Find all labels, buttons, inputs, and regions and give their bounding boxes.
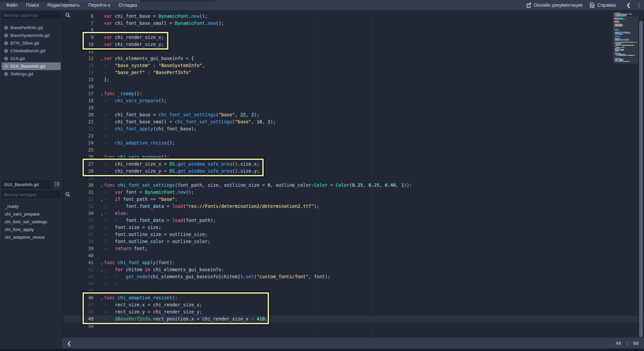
script-item-BTN_SBox.gd[interactable]: BTN_SBox.gd [2,39,61,47]
fold-gutter [101,315,104,323]
fold-gutter [101,97,104,104]
fold-arrow-icon[interactable]: > [101,266,104,273]
fold-arrow-icon[interactable]: > [101,294,104,301]
line-number: 35 [63,217,101,224]
line-number: 34 [63,210,101,217]
code-text: ⇥ chi_font_base = chi_font_set_settings(… [104,111,259,118]
fold-gutter [101,238,104,245]
fold-arrow-icon[interactable]: > [101,259,104,266]
code-text: var chi_font_base = DynamicFont.new(); [104,13,208,20]
line-number: 14 [63,69,101,76]
method-item-chi_font_apply[interactable]: chi_font_apply [2,226,61,233]
sort-methods-button[interactable] [53,180,61,189]
line-number: 24 [63,139,101,147]
fold-gutter [101,323,104,330]
code-line-28: 28⇥ chi_render_size_y = OS.get_window_sa… [63,168,644,175]
line-number: 45 [63,287,101,294]
fold-gutter [101,168,104,175]
code-text: ⇥ [104,175,115,182]
code-lines: 6var chi_font_base = DynamicFont.new();7… [63,13,644,330]
code-line-27: 27⇥ chi_render_size_x = OS.get_window_sa… [63,161,644,168]
menubar-separator [621,2,622,8]
code-line-30: 30>func chi_font_set_settings(font_path,… [63,182,644,189]
code-line-13: 13⇥ "base_system" : "BaseSystemInfo", [63,62,644,69]
code-text: var chi_font_base_small = DynamicFont.ne… [104,20,224,27]
script-item-Settings.gd[interactable]: Settings.gd [2,70,61,78]
code-line-33: 33⇥ ⇥ font.font_data = load("res://Fonts… [63,203,644,210]
online-docs-button[interactable]: Онлайн документация [523,0,586,10]
vertical-scrollbar[interactable] [639,9,643,338]
fold-gutter [101,301,104,308]
script-item-BasePerfInfo.gd[interactable]: BasePerfInfo.gd [2,24,61,32]
script-item-GUI_BaseInfo.gd[interactable]: GUI_BaseInfo.gd [2,62,61,70]
fold-gutter [101,217,104,224]
code-text: ⇥ font.size = size; [104,224,161,231]
code-editor[interactable]: 6var chi_font_base = DynamicFont.new();7… [63,9,644,338]
code-text: ⇥ font.outline_color = outline_color; [104,238,210,245]
fold-gutter [101,287,104,294]
fold-gutter [101,224,104,231]
script-item-GUI.gd[interactable]: GUI.gd [2,55,61,62]
line-number: 42 [63,266,101,273]
history-back-button[interactable]: ❮ [624,2,634,8]
code-text: ⇥ chi_font_base_small = chi_font_set_set… [104,118,276,125]
fold-gutter [101,139,104,147]
line-number: 33 [63,203,101,210]
line-number: 12 [63,55,101,62]
caret-position: 49 : 60 [615,341,644,346]
fold-gutter [101,308,104,315]
method-item-chi_vars_prepare[interactable]: chi_vars_prepare [2,210,61,218]
code-line-36: 36⇥ font.size = size; [63,224,644,231]
fold-gutter [101,203,104,210]
code-text: ⇥ "base_system" : "BaseSystemInfo", [104,62,205,69]
script-item-ChimbaBench.gd[interactable]: ChimbaBench.gd [2,47,61,55]
fold-arrow-icon[interactable]: > [101,182,104,189]
code-text: func _ready(): [104,90,142,97]
script-item-BaseSystemInfo.gd[interactable]: BaseSystemInfo.gd [2,32,61,39]
code-line-8: 8 [63,27,644,34]
script-item-label: ChimbaBench.gd [10,48,45,53]
window-bottom-edge [0,349,644,351]
fold-gutter [101,27,104,34]
code-line-38: 38⇥ font.outline_color = outline_color; [63,238,644,245]
method-filter-input[interactable] [2,192,65,197]
code-line-47: 47⇥ rect_size.x = chi_render_size_x; [63,301,644,308]
fold-arrow-icon[interactable]: > [101,210,104,217]
code-text: func chi_font_set_settings(font_path, si… [104,182,412,189]
line-number: 38 [63,238,101,245]
script-item-label: BaseSystemInfo.gd [10,33,50,38]
fold-arrow-icon[interactable]: > [101,55,104,62]
collapse-scripts-panel-button[interactable]: ❮ [62,340,76,346]
method-filter-box [1,190,61,198]
code-line-40: 40 [63,252,644,259]
code-text: var chi_elements_gui_baseinfo = { [104,55,194,62]
fold-arrow-icon[interactable]: > [101,154,104,161]
line-number: 7 [63,20,101,27]
script-filter-input[interactable] [2,13,65,18]
code-line-10: 10var chi_render_size_y; [63,41,644,48]
code-text: ⇥ $BasePerfInfo.rect_position.x = chi_re… [104,315,268,323]
code-line-34: 34>⇥ else: [63,210,644,217]
minimap[interactable] [613,12,638,64]
fold-arrow-icon[interactable]: > [101,90,104,97]
fold-arrow-icon[interactable]: > [101,196,104,203]
help-button[interactable]: Справка [586,0,619,10]
code-text: ⇥ chi_adaptive_resize(); [104,139,175,147]
method-item-chi_adaptive_resize[interactable]: chi_adaptive_resize [2,233,61,241]
fold-gutter [101,104,104,111]
script-item-label: Settings.gd [10,71,33,76]
help-label: Справка [597,2,616,8]
code-text: ⇥ for chitem in chi_elements_gui_baseinf… [104,266,224,273]
script-item-label: BTN_SBox.gd [10,41,39,46]
current-script-name-field[interactable]: GUI_BaseInfo.gd [1,180,52,189]
method-item-_ready[interactable]: _ready [2,202,61,210]
script-item-label: GUI.gd [10,56,25,61]
history-forward-button[interactable]: ❯ [634,2,644,8]
help-doc-search-icon [589,2,595,8]
code-line-35: 35⇥ ⇥ font.font_data = load(font_path); [63,217,644,224]
fold-gutter [101,111,104,118]
code-line-15: 15}; [63,76,644,83]
line-number: 44 [63,280,101,287]
method-item-chi_font_set_settings[interactable]: chi_font_set_settings [2,218,61,226]
scrollbar-thumb[interactable] [639,21,643,337]
